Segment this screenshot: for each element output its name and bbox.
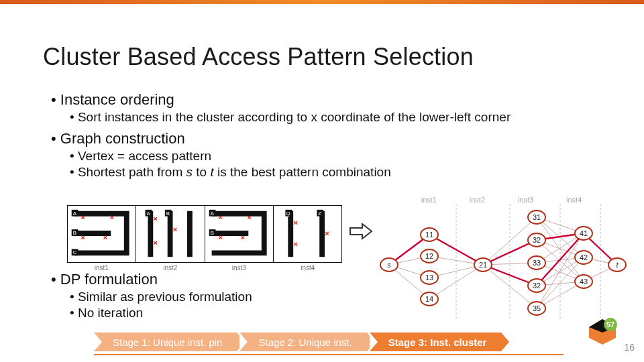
stage-1: Stage 1: Unique inst. pin [94, 333, 237, 351]
text: Stage 2: Unique inst. [258, 337, 352, 348]
subbullet-shortest-path: Shortest path from s to t is the best pa… [70, 165, 620, 180]
svg-text:33: 33 [533, 259, 541, 267]
text: No iteration [78, 306, 143, 320]
svg-text:×: × [325, 229, 329, 237]
svg-text:Z: Z [318, 210, 321, 217]
svg-text:A: A [73, 210, 77, 217]
svg-text:×: × [153, 214, 158, 223]
label-inst4: inst4 [274, 264, 343, 272]
svg-text:×: × [240, 233, 245, 241]
text: Similar as previous formulation [78, 290, 252, 304]
pattern-strip-labels: inst1 inst2 inst3 inst4 [67, 264, 342, 272]
bullet-instance-ordering: Instance ordering Sort instances in the … [51, 91, 620, 125]
svg-text:×: × [293, 239, 298, 248]
top-accent-rule [0, 0, 644, 4]
pattern-inst2: A B ××× [136, 206, 205, 262]
svg-text:×: × [247, 213, 252, 221]
svg-text:13: 13 [425, 274, 433, 282]
stage-2: Stage 2: Unique inst. [239, 333, 366, 351]
svg-text:×: × [103, 233, 108, 241]
svg-text:32: 32 [533, 236, 541, 244]
svg-text:14: 14 [425, 295, 433, 303]
pattern-inst3: A B ×××× [205, 206, 274, 262]
text-pre: Shortest path from [78, 165, 186, 179]
svg-text:Q: Q [286, 210, 290, 217]
subbullet-sort: Sort instances in the cluster according … [70, 110, 620, 125]
text: Vertex = access pattern [78, 149, 211, 163]
svg-text:B: B [210, 230, 213, 236]
label-inst3: inst3 [205, 264, 274, 272]
svg-text:32: 32 [533, 282, 541, 290]
var-s: s [186, 165, 193, 179]
page-number: 16 [624, 342, 635, 353]
logo-badge-number: 57 [606, 320, 614, 328]
svg-text:×: × [218, 213, 223, 221]
svg-text:×: × [80, 213, 85, 221]
svg-text:31: 31 [533, 213, 541, 221]
text: DP formulation [60, 271, 158, 288]
svg-text:×: × [109, 213, 114, 221]
text: Stage 1: Unique inst. pin [113, 337, 222, 348]
text: Graph construction [60, 130, 185, 147]
pattern-strip: A B C ×××× A B ××× [67, 205, 342, 263]
slide-title: Cluster Based Access Pattern Selection [43, 43, 474, 71]
pattern-inst1: A B C ×××× [68, 206, 136, 262]
pattern-inst4: Q Z ××× [274, 206, 341, 262]
svg-text:43: 43 [580, 278, 588, 286]
slide-root: Cluster Based Access Pattern Selection I… [0, 0, 644, 362]
stage-3: Stage 3: Inst. cluster [370, 333, 502, 351]
stage-chevrons: Stage 1: Unique inst. pin Stage 2: Uniqu… [94, 333, 504, 351]
svg-text:A: A [147, 210, 151, 217]
svg-text:C: C [73, 249, 77, 255]
svg-text:12: 12 [425, 252, 433, 260]
svg-text:A: A [210, 210, 214, 217]
svg-text:11: 11 [425, 231, 433, 239]
svg-text:41: 41 [580, 229, 588, 237]
stages-underline [94, 354, 564, 355]
graph-diagram: s11121314213132333235414243t [376, 201, 627, 322]
text: Instance ordering [60, 91, 174, 108]
svg-text:×: × [80, 233, 85, 241]
label-inst2: inst2 [136, 264, 205, 272]
svg-text:s: s [387, 261, 391, 269]
svg-text:B: B [73, 230, 76, 236]
svg-text:35: 35 [533, 304, 541, 312]
svg-text:×: × [153, 238, 158, 247]
svg-text:×: × [218, 233, 223, 241]
svg-text:×: × [293, 218, 298, 227]
text-post: is the best pattern combination [214, 165, 391, 179]
svg-text:21: 21 [479, 261, 487, 269]
logo-icon: 57 [586, 318, 619, 345]
svg-text:×: × [173, 225, 178, 233]
label-inst1: inst1 [67, 264, 136, 272]
svg-text:42: 42 [580, 253, 588, 261]
subbullet-vertex: Vertex = access pattern [70, 149, 620, 164]
text: Sort instances in the cluster according … [78, 110, 511, 124]
arrow-right-icon [349, 223, 373, 240]
svg-text:B: B [166, 210, 170, 217]
text: Stage 3: Inst. cluster [388, 337, 487, 348]
text-mid: to [193, 165, 210, 179]
